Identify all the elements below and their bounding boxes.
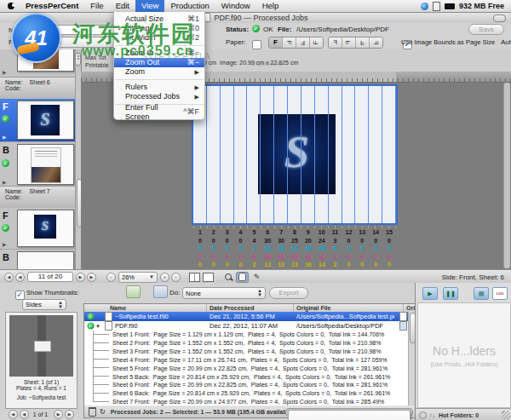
- disclosure-icon[interactable]: ▶: [3, 69, 7, 75]
- facing-pages-icon[interactable]: [189, 273, 200, 282]
- zoom-level-popup[interactable]: 26% ▼: [118, 272, 158, 283]
- sheet-detail-row[interactable]: Sheet 3 Front: Page Size = 1.552 cm x 1.…: [84, 348, 416, 356]
- do-popup[interactable]: None ▲▼: [182, 287, 266, 299]
- pane-handle[interactable]: [75, 53, 81, 66]
- sheet-detail-row[interactable]: Sheet 5 Back: Page Size = 20.814 cm x 25…: [84, 373, 416, 382]
- sheet-detail-row[interactable]: Sheet 2 Front: Page Size = 1.552 cm x 1.…: [84, 339, 416, 348]
- disclosure-icon[interactable]: ▶: [3, 179, 7, 185]
- orient-fm-0[interactable]: F: [329, 37, 342, 48]
- col-date[interactable]: Date Processed: [210, 304, 255, 312]
- preview-scrollbar[interactable]: [503, 83, 510, 268]
- pencil-tool[interactable]: ✎: [251, 273, 262, 282]
- export-button[interactable]: Export: [269, 287, 308, 299]
- check-icon: ✓: [2, 159, 9, 167]
- job-row-softpedia-test[interactable]: ✓ ~Softpedia test.f90 Dec 21, 2012, 5:56…: [84, 312, 416, 321]
- menubar-app-name[interactable]: PressPerCent: [20, 0, 84, 12]
- zoom-fit-button[interactable]: −: [171, 273, 181, 282]
- orient-f-0[interactable]: F: [269, 37, 283, 48]
- battery-icon[interactable]: [445, 3, 455, 9]
- thumbnail[interactable]: [17, 251, 74, 269]
- menubar-help[interactable]: Help: [256, 0, 285, 12]
- prev-page-button[interactable]: ◀: [15, 273, 25, 282]
- sheet-detail-row[interactable]: Sheet 4 Front: Page Size = 17.11 cm x 26…: [84, 356, 416, 365]
- start-hot-folder-icon[interactable]: ▶: [422, 287, 438, 300]
- jobs-h-scrollbar[interactable]: [285, 408, 413, 417]
- next-button[interactable]: ▶: [54, 410, 63, 419]
- column-number: 4: [234, 228, 248, 236]
- last-page-button[interactable]: ▶: [87, 273, 96, 282]
- refresh-icon[interactable]: ↻: [100, 408, 106, 416]
- add-job-icon[interactable]: [126, 285, 141, 298]
- menu-item-processed-jobs[interactable]: Processed Jobs▶: [114, 92, 204, 101]
- disclosure-icon[interactable]: ▶: [3, 241, 7, 247]
- menubar-status-area: 932 MB Free: [421, 2, 511, 11]
- job-row-pdf[interactable]: ✓ ▼ PDF.f90 Dec 22, 2012, 11:07 AM /User…: [84, 321, 416, 331]
- orient-fm-270[interactable]: F: [370, 37, 382, 48]
- menubar-view[interactable]: View: [135, 0, 164, 12]
- col-ori[interactable]: Ori: [406, 304, 415, 312]
- sort-arrows-icon[interactable]: ↑↓: [429, 412, 435, 418]
- save-button[interactable]: Save: [468, 24, 504, 35]
- menubar-production[interactable]: Production: [164, 0, 215, 12]
- sheet-detail-row[interactable]: Sheet 5 Front: Page Size = 20.99 cm x 22…: [84, 365, 416, 373]
- disclosure-icon[interactable]: ▶: [3, 134, 7, 140]
- toolbar-toggle-button[interactable]: [493, 14, 506, 22]
- zoom-out-button[interactable]: −: [106, 273, 116, 282]
- column-number: 6: [261, 228, 274, 236]
- last-button[interactable]: ▶: [65, 410, 74, 419]
- sides-popup[interactable]: Sides ▲▼: [22, 299, 66, 310]
- orient-f-180[interactable]: F: [296, 37, 310, 48]
- press-sheet-page[interactable]: S: [193, 86, 396, 223]
- sheet-detail-row[interactable]: Sheet 6 Back: Page Size = 20.814 cm x 25…: [84, 389, 416, 398]
- orient-fm-90[interactable]: F: [342, 37, 356, 48]
- col-name[interactable]: Name: [110, 304, 126, 312]
- trash-icon[interactable]: [89, 407, 96, 417]
- magnifier-tool[interactable]: [222, 273, 233, 282]
- gear-icon[interactable]: [419, 411, 427, 419]
- zoom-in-button[interactable]: +: [160, 273, 169, 282]
- orientation-segment-1[interactable]: F F F F: [268, 37, 324, 49]
- prev-button[interactable]: ◀: [20, 410, 29, 419]
- page-indicator[interactable]: 11 of 20: [27, 272, 73, 282]
- first-button[interactable]: ◀: [9, 410, 18, 419]
- apple-icon[interactable]: [8, 3, 14, 9]
- sheet-detail-row[interactable]: Sheet 6 Front: Page Size = 20.99 cm x 22…: [84, 381, 416, 389]
- scrollbar-thumb[interactable]: [288, 410, 411, 420]
- menu-item-zoom-submenu[interactable]: Zoom▶: [114, 67, 204, 77]
- log-icon[interactable]: LOG: [492, 287, 508, 300]
- sheet6-back-item[interactable]: B ✓ ▶: [0, 141, 75, 187]
- next-page-button[interactable]: ▶: [76, 273, 85, 282]
- paper-checkbox[interactable]: [252, 40, 261, 49]
- menu-item-rulers[interactable]: Rulers▶: [114, 83, 204, 92]
- menubar-edit[interactable]: Edit: [110, 0, 135, 12]
- first-page-button[interactable]: ◀: [4, 273, 14, 282]
- tree-branch: [93, 376, 109, 377]
- orient-f-90[interactable]: F: [283, 37, 296, 48]
- thumbnail[interactable]: S: [17, 101, 74, 140]
- disclosure-open-icon[interactable]: ▼: [95, 324, 101, 329]
- menu-item-enter-full-screen[interactable]: Enter Full Screen^⌘F: [114, 107, 204, 117]
- orientation-segment-2[interactable]: F F F F: [328, 37, 383, 49]
- thumbnail[interactable]: [17, 144, 74, 185]
- col-file[interactable]: Original File: [296, 304, 330, 312]
- display-icon[interactable]: [433, 2, 440, 11]
- menubar-window[interactable]: Window: [215, 0, 256, 12]
- pause-hot-folder-icon[interactable]: ❚❚: [443, 287, 458, 300]
- sheet7-front-item[interactable]: F ✓ S ▶: [0, 208, 75, 249]
- single-page-icon[interactable]: [203, 273, 214, 282]
- menubar-file[interactable]: File: [84, 0, 109, 12]
- orient-f-270[interactable]: F: [310, 37, 323, 48]
- sheet7-back-item[interactable]: B: [0, 249, 75, 269]
- copy-pages-icon[interactable]: ▤: [474, 287, 489, 300]
- selected-job-thumb-panel: Sheet: 1 (of 1) Plates = 4, Runs = 1 Job…: [5, 312, 78, 409]
- tree-branch: [93, 334, 109, 335]
- orient-fm-180[interactable]: F: [356, 37, 370, 48]
- sheet6-front-item[interactable]: F ✓ S ▶: [0, 99, 75, 141]
- open-job-icon[interactable]: [153, 285, 168, 298]
- resize-grip[interactable]: [502, 411, 510, 419]
- memory-free-status[interactable]: 932 MB Free: [459, 2, 504, 10]
- thumbnail[interactable]: S: [17, 210, 74, 247]
- sheet-detail-row[interactable]: Sheet 1 Front: Page Size = 1.129 cm x 1.…: [84, 331, 416, 339]
- network-icon[interactable]: [421, 3, 428, 10]
- hand-tool[interactable]: [236, 272, 249, 283]
